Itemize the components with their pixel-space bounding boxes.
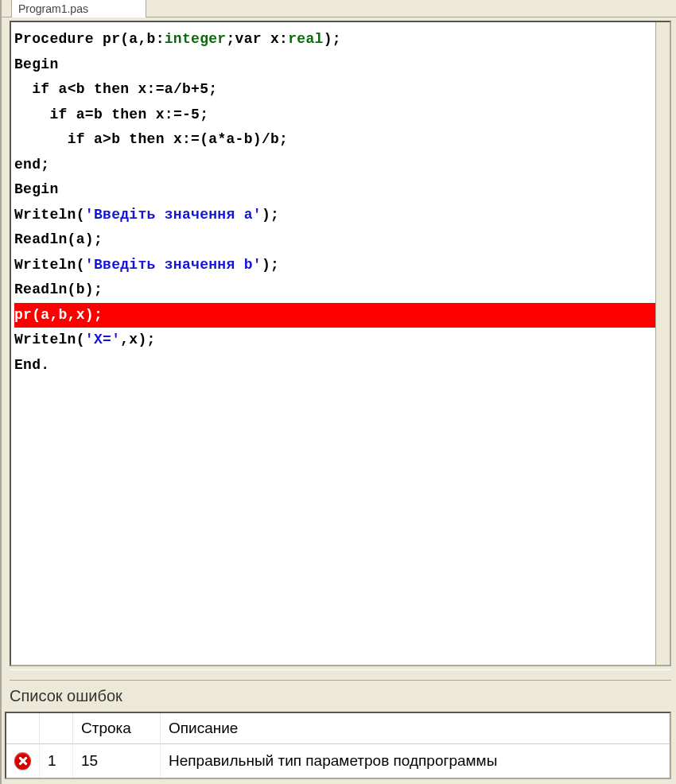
code-token: if — [68, 131, 85, 147]
code-token: real — [288, 31, 323, 47]
code-token: ; — [41, 157, 49, 173]
error-row-line: 15 — [73, 744, 161, 778]
code-token: ; — [226, 31, 235, 47]
tab-bar: Program1.pas — [2, 0, 676, 17]
code-line[interactable]: Readln(a); — [14, 227, 666, 253]
code-token: then — [129, 131, 164, 147]
pane-splitter[interactable] — [10, 670, 671, 681]
code-token: Writeln( — [14, 257, 85, 273]
error-row[interactable]: 115Неправильный тип параметров подпрогра… — [6, 744, 670, 778]
code-token: ); — [262, 257, 279, 273]
code-token: 'X=' — [85, 332, 120, 347]
code-token: var — [235, 31, 262, 47]
code-token: a>b — [85, 131, 130, 147]
code-token: then — [94, 81, 129, 97]
code-token: Writeln( — [14, 207, 85, 223]
code-token: pr(a,b,x); — [14, 307, 103, 323]
error-col-line[interactable]: Строка — [73, 713, 161, 744]
code-line-highlighted[interactable]: pr(a,b,x); — [14, 303, 666, 328]
code-token: if — [32, 81, 49, 97]
code-line[interactable]: end; — [14, 153, 666, 178]
error-row-icon-cell — [6, 744, 40, 778]
ide-window: Program1.pas Procedure pr(a,b:integer;va… — [0, 0, 676, 784]
code-token: Begin — [14, 56, 59, 72]
code-token: x: — [262, 31, 288, 47]
error-row-description: Неправильный тип параметров подпрограммы — [161, 744, 670, 778]
code-token: integer — [165, 31, 227, 47]
code-token: Begin — [14, 181, 59, 197]
code-line[interactable]: if a=b then x:=-5; — [14, 103, 666, 128]
code-token: then — [111, 107, 146, 122]
code-token: ,x); — [120, 332, 155, 347]
editor-scrollbar[interactable] — [655, 22, 670, 665]
error-icon — [14, 752, 31, 770]
code-line[interactable]: Writeln('Введіть значення b'); — [14, 253, 666, 278]
code-token: pr(a,b: — [94, 31, 165, 47]
file-tab[interactable]: Program1.pas — [11, 0, 146, 17]
code-token: End — [14, 357, 41, 373]
error-list[interactable]: Строка Описание 115Неправильный тип пара… — [5, 712, 671, 779]
code-token: . — [41, 357, 49, 373]
file-tab-label: Program1.pas — [18, 2, 88, 15]
error-row-number: 1 — [40, 744, 73, 778]
code-token: x:=-5; — [147, 107, 209, 122]
code-token: end — [14, 157, 41, 173]
code-line[interactable]: Writeln('X=',x); — [14, 328, 666, 353]
error-panel-title: Список ошибок — [5, 681, 676, 712]
code-token: 'Введіть значення b' — [85, 257, 262, 273]
code-line[interactable]: Readln(b); — [14, 278, 666, 303]
code-token: a<b — [49, 81, 94, 97]
code-line[interactable]: if a<b then x:=a/b+5; — [14, 77, 666, 103]
code-line[interactable]: End. — [14, 353, 666, 378]
code-line[interactable]: if a>b then x:=(a*a-b)/b; — [14, 127, 666, 153]
code-line[interactable]: Procedure pr(a,b:integer;var x:real); — [14, 27, 666, 52]
code-token: Writeln( — [14, 332, 85, 347]
code-token: ); — [324, 31, 341, 47]
code-editor[interactable]: Procedure pr(a,b:integer;var x:real);Beg… — [10, 21, 671, 666]
code-token: a=b — [68, 107, 112, 122]
code-token: Procedure — [14, 31, 94, 47]
error-list-header: Строка Описание — [6, 713, 670, 744]
code-token: 'Введіть значення a' — [85, 207, 262, 223]
error-col-num[interactable] — [40, 713, 73, 744]
code-token: ); — [262, 207, 279, 223]
code-line[interactable]: Begin — [14, 52, 666, 78]
code-token: Readln(a); — [14, 231, 103, 247]
code-token: x:=(a*a-b)/b; — [165, 131, 288, 147]
error-col-desc[interactable]: Описание — [161, 713, 670, 744]
code-token: Readln(b); — [14, 281, 103, 297]
code-line[interactable]: Writeln('Введіть значення a'); — [14, 203, 666, 228]
error-col-icon — [6, 713, 40, 744]
code-token: x:=a/b+5; — [129, 81, 217, 97]
code-token: if — [49, 107, 67, 122]
code-line[interactable]: Begin — [14, 177, 666, 203]
